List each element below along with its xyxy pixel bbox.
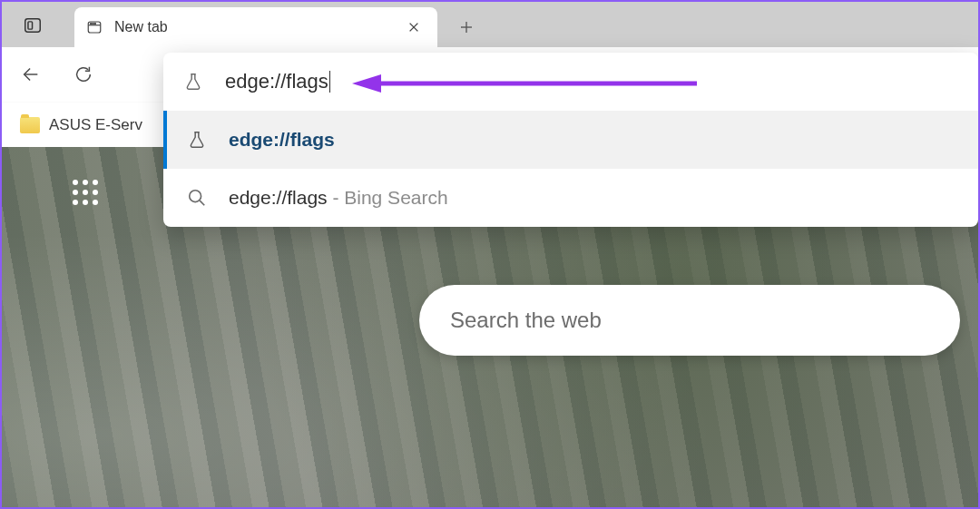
app-launcher-button[interactable] bbox=[73, 180, 98, 205]
suggestion-text: edge://flags - Bing Search bbox=[229, 187, 448, 209]
new-tab-button[interactable] bbox=[448, 9, 485, 45]
svg-point-5 bbox=[93, 23, 93, 24]
ntp-search-box[interactable]: Search the web bbox=[419, 285, 960, 356]
search-icon bbox=[187, 187, 207, 209]
omnibox-suggestion-bing-search[interactable]: edge://flags - Bing Search bbox=[163, 169, 978, 227]
svg-point-12 bbox=[190, 191, 201, 202]
tab-actions-button[interactable] bbox=[15, 7, 51, 44]
omnibox-suggestion-flags[interactable]: edge://flags bbox=[163, 111, 978, 169]
svg-rect-1 bbox=[28, 22, 33, 29]
folder-icon bbox=[20, 117, 40, 133]
svg-point-4 bbox=[91, 23, 92, 24]
svg-point-6 bbox=[94, 23, 95, 24]
omnibox-dropdown: edge://flags edge://flags edge://flags -… bbox=[163, 53, 978, 227]
address-input[interactable]: edge://flags bbox=[225, 70, 958, 93]
ntp-search-placeholder: Search the web bbox=[450, 308, 602, 333]
flask-icon bbox=[183, 71, 203, 93]
svg-line-13 bbox=[200, 201, 204, 205]
tab-favicon-icon bbox=[85, 18, 103, 36]
tab-bar: New tab bbox=[2, 2, 978, 47]
refresh-button[interactable] bbox=[65, 56, 102, 93]
bookmark-item-asus[interactable]: ASUS E-Serv bbox=[20, 116, 142, 134]
tab-title: New tab bbox=[114, 19, 401, 35]
address-bar[interactable]: edge://flags bbox=[163, 53, 978, 111]
flask-icon bbox=[187, 129, 207, 151]
back-button[interactable] bbox=[13, 56, 49, 93]
suggestion-text: edge://flags bbox=[229, 129, 335, 151]
tab-close-button[interactable] bbox=[401, 15, 426, 40]
bookmark-label: ASUS E-Serv bbox=[49, 116, 142, 134]
tab-new-tab[interactable]: New tab bbox=[74, 7, 437, 47]
